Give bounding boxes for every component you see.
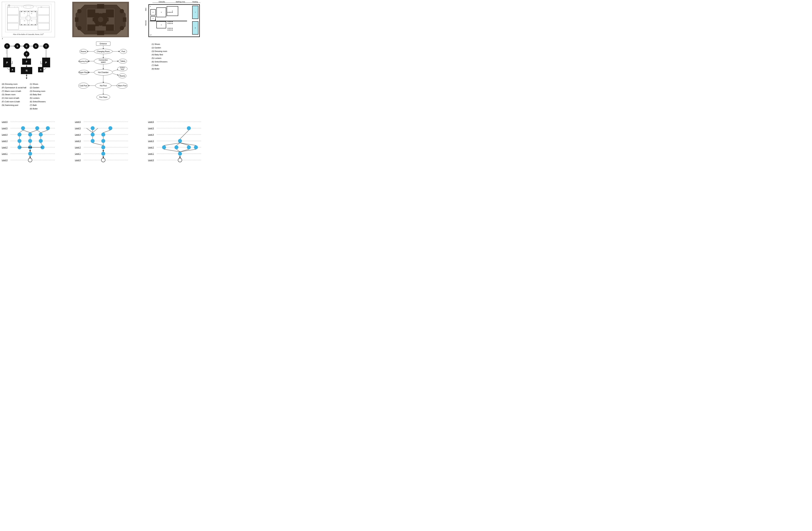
svg-point-49 (120, 9, 124, 13)
svg-point-215 (101, 139, 105, 143)
legend-item-f: (F) Cold room & bath (2, 100, 26, 103)
svg-line-185 (41, 130, 48, 132)
legend-item-n: (N) Swimming pool (2, 103, 26, 107)
room2: 2 (150, 9, 156, 15)
svg-rect-55 (123, 17, 126, 22)
svg-text:F: F (26, 60, 27, 63)
header-datsuiba: Datsuiba (153, 1, 171, 3)
legend-item-8: (8) Boiler (30, 107, 45, 111)
svg-line-184 (37, 130, 41, 132)
svg-point-179 (28, 152, 32, 156)
svg-text:Entrance: Entrance (100, 43, 107, 45)
room1: 1 (150, 16, 156, 21)
floor-plan-left: T Lb P1 P1 U-87 T T T T T T U/97 N Plan … (2, 2, 55, 37)
svg-point-21 (35, 11, 36, 12)
header-heating: Heating (190, 1, 200, 3)
svg-point-247 (178, 152, 182, 156)
svg-rect-52 (97, 4, 104, 9)
svg-point-244 (174, 145, 178, 149)
legend-list-left: (A) Dressing room (P) Gymnasium & social… (2, 82, 26, 107)
svg-rect-6 (38, 15, 49, 23)
svg-rect-61 (93, 18, 96, 21)
svg-text:Level 0: Level 0 (2, 159, 8, 161)
svg-point-48 (77, 9, 82, 13)
svg-rect-57 (95, 13, 99, 16)
svg-rect-4 (8, 23, 19, 29)
svg-text:Warm Pool: Warm Pool (118, 85, 127, 87)
svg-text:Pool: Pool (121, 69, 124, 70)
legend-item-c: (C) Hot room & bath (2, 96, 26, 100)
svg-line-134 (113, 70, 118, 71)
svg-text:U-87: U-87 (8, 6, 10, 7)
svg-text:S: S (35, 45, 37, 47)
svg-line-250 (164, 143, 180, 145)
svg-point-20 (31, 11, 32, 12)
svg-text:Rooms: Rooms (119, 75, 125, 77)
svg-text:Level 5: Level 5 (148, 127, 154, 129)
legend-list-right: (1) Shoes (2) Garden (3) Dressing room (… (30, 82, 45, 110)
svg-text:U/97: U/97 (41, 6, 42, 7)
top-row: T Lb P1 P1 U-87 T T T T T T U/97 N Plan … (2, 2, 201, 37)
svg-text:S: S (17, 45, 18, 47)
svg-point-170 (17, 132, 21, 137)
svg-text:Cleaning Room: Cleaning Room (78, 60, 89, 62)
svg-point-17 (21, 11, 22, 12)
svg-rect-11 (20, 19, 28, 24)
svg-text:Sinken: Sinken (120, 67, 125, 69)
svg-point-171 (28, 132, 32, 137)
svg-rect-2 (8, 8, 19, 15)
svg-rect-58 (102, 13, 106, 16)
legend-item-2: (2) Garden (30, 86, 45, 89)
svg-point-23 (25, 24, 25, 25)
middle-row: T S C S T T (2, 41, 201, 117)
svg-rect-0 (8, 6, 49, 30)
page: T Lb P1 P1 U-87 T T T T T T U/97 N Plan … (0, 0, 203, 169)
svg-line-182 (23, 130, 30, 132)
svg-text:P1: P1 (31, 13, 32, 14)
level-graph-left: Level 6 Level 5 Level 4 Level 3 Level 2 … (2, 119, 55, 167)
svg-point-243 (162, 145, 166, 149)
svg-text:Connection: Connection (99, 59, 108, 61)
svg-text:Level 4: Level 4 (75, 134, 81, 136)
svg-point-217 (101, 152, 105, 156)
svg-point-212 (91, 132, 95, 137)
svg-point-174 (28, 139, 32, 143)
label-men: Men (145, 8, 147, 11)
svg-text:Prayer Room: Prayer Room (79, 71, 89, 73)
svg-rect-7 (38, 23, 49, 29)
svg-point-218 (101, 158, 105, 162)
svg-text:Level 4: Level 4 (148, 134, 154, 136)
svg-point-50 (77, 26, 82, 30)
svg-rect-1 (20, 11, 37, 25)
svg-text:T: T (26, 53, 27, 56)
svg-text:P: P (45, 61, 47, 64)
svg-line-220 (103, 130, 110, 132)
svg-text:T: T (30, 6, 31, 7)
legend-item-3: (3) Dressing room (30, 89, 45, 93)
r-legend-item-1: (1) Shoes (151, 43, 201, 46)
r-legend-item-3: (3) Dressing room (151, 50, 201, 53)
svg-line-223 (93, 143, 103, 145)
svg-text:Level 2: Level 2 (148, 146, 154, 149)
svg-point-25 (31, 24, 32, 25)
svg-rect-47 (106, 25, 114, 31)
page-number: 3 (2, 38, 3, 40)
svg-text:Pool: Pool (121, 51, 125, 53)
level-graph-center: Level 6 Level 5 Level 4 Level 3 Level 2 … (75, 119, 128, 167)
svg-text:Level 3: Level 3 (2, 140, 8, 142)
svg-rect-54 (75, 17, 78, 22)
svg-text:T: T (45, 45, 47, 47)
svg-rect-12 (29, 19, 36, 24)
svg-point-248 (178, 158, 182, 162)
legend-item-t: (T) Warm room & bath (2, 89, 26, 93)
left-legend: (A) Dressing room (P) Gymnasium & social… (2, 82, 55, 110)
svg-rect-5 (38, 8, 49, 15)
svg-rect-62 (105, 18, 108, 21)
svg-text:T: T (6, 45, 8, 47)
r-legend-item-6: (6) Sinks/Showers (151, 60, 201, 64)
legend-item-p: (P) Gymnasium & social hall (2, 86, 26, 89)
svg-text:Level 1: Level 1 (75, 153, 81, 155)
svg-rect-53 (97, 31, 104, 35)
svg-point-175 (39, 139, 43, 143)
svg-point-24 (28, 24, 29, 25)
